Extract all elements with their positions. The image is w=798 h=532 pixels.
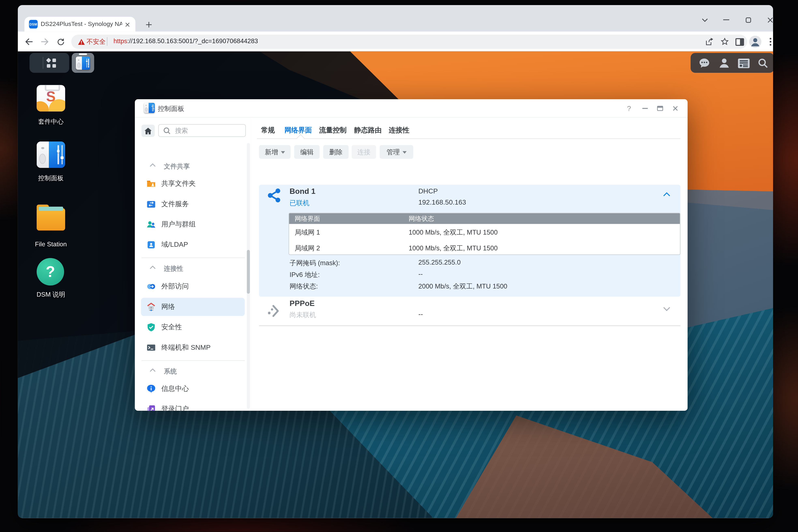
minimize-button[interactable] bbox=[639, 103, 651, 114]
browser-toolbar: 不安全 https://192.168.50.163:5001/?_dc=169… bbox=[18, 32, 773, 52]
col-header-interface: 网络界面 bbox=[294, 215, 320, 224]
interface-value: -- bbox=[418, 310, 423, 318]
dropdown-caret-icon bbox=[402, 151, 406, 154]
os-desktop: DSM DS224PlusTest - Synology NA bbox=[0, 0, 798, 532]
search-input[interactable] bbox=[174, 126, 242, 136]
status-not-connected: 尚未联机 bbox=[289, 310, 316, 320]
browser-window: DSM DS224PlusTest - Synology NA bbox=[18, 5, 773, 518]
browser-menu-kebab-icon[interactable] bbox=[764, 35, 773, 48]
tab-traffic-control[interactable]: 流量控制 bbox=[319, 126, 347, 135]
sidebar-item-network[interactable]: 网络 bbox=[141, 298, 245, 316]
sidebar-divider bbox=[141, 360, 245, 361]
search-icon[interactable] bbox=[756, 57, 770, 70]
tab-search-chevron-icon[interactable] bbox=[698, 14, 712, 25]
tab-connectivity[interactable]: 连接性 bbox=[389, 126, 410, 135]
main-menu-icon[interactable] bbox=[47, 59, 56, 68]
url-text: https://192.168.50.163:5001/?_dc=1690706… bbox=[114, 38, 258, 45]
browser-maximize-button[interactable] bbox=[741, 14, 755, 25]
back-icon[interactable] bbox=[23, 36, 35, 48]
table-header-row: 网络界面 网络状态 bbox=[289, 213, 680, 224]
browser-minimize-button[interactable] bbox=[719, 14, 733, 25]
reload-icon[interactable] bbox=[55, 36, 67, 48]
close-button[interactable] bbox=[669, 103, 681, 114]
bond1-list-item[interactable]: Bond 1 已联机 DHCP 192.168.50.163 网络界面 网络状态 bbox=[259, 185, 680, 297]
sidebar-section-file-sharing[interactable]: 文件共享 bbox=[135, 162, 251, 172]
dsm-favicon: DSM bbox=[29, 20, 38, 28]
profile-avatar[interactable] bbox=[749, 35, 762, 48]
url-separator bbox=[107, 37, 108, 46]
help-button[interactable]: ? bbox=[623, 103, 635, 114]
active-app-indicator bbox=[79, 54, 87, 55]
connect-button[interactable]: 连接 bbox=[352, 145, 376, 159]
terminal-icon bbox=[147, 343, 156, 352]
sidebar-divider bbox=[141, 258, 245, 258]
sidebar-scrollbar-thumb[interactable] bbox=[247, 250, 250, 294]
home-button[interactable] bbox=[141, 125, 155, 137]
forward-icon[interactable] bbox=[39, 36, 51, 48]
table-row-lan2[interactable]: 局域网 2 1000 Mb/s, 全双工, MTU 1500 bbox=[289, 240, 680, 255]
pppoe-icon bbox=[267, 303, 282, 319]
url-bar[interactable]: 不安全 https://192.168.50.163:5001/?_dc=169… bbox=[71, 35, 747, 49]
desktop-icon-file-station[interactable]: File Station bbox=[20, 204, 81, 248]
sidebar-item-info-center[interactable]: 信息中心 bbox=[141, 380, 245, 398]
interface-name: PPPoE bbox=[289, 299, 315, 307]
interface-table: 网络界面 网络状态 局域网 1 1000 Mb/s, 全双工, MTU 1500… bbox=[288, 213, 680, 255]
dropdown-caret-icon bbox=[281, 151, 285, 154]
status-connected: 已联机 bbox=[289, 198, 309, 208]
taskbar-item-control-panel[interactable] bbox=[72, 53, 94, 73]
network-icon bbox=[147, 302, 156, 311]
table-row-lan1[interactable]: 局域网 1 1000 Mb/s, 全双工, MTU 1500 bbox=[289, 224, 680, 240]
pppoe-list-item[interactable]: PPPoE 尚未联机 -- bbox=[259, 297, 680, 325]
side-panel-icon[interactable] bbox=[733, 35, 746, 48]
control-panel-window: 控制面板 ? bbox=[135, 99, 687, 411]
desktop-icon-package-center[interactable]: S 套件中心 bbox=[20, 83, 81, 126]
sidebar-item-domain-ldap[interactable]: 域/LDAP bbox=[141, 235, 245, 254]
collapse-chevron-up-icon[interactable] bbox=[663, 192, 670, 196]
add-button[interactable]: 新增 bbox=[259, 145, 291, 159]
tab-close-icon[interactable] bbox=[123, 20, 131, 28]
bookmark-star-icon[interactable] bbox=[721, 38, 729, 46]
delete-button[interactable]: 删除 bbox=[323, 145, 349, 159]
dsm-desktop: S 套件中心 控制面板 File Station ? DSM 说明 bbox=[18, 52, 773, 518]
expand-chevron-down-icon[interactable] bbox=[663, 307, 670, 311]
edit-button[interactable]: 编辑 bbox=[294, 145, 320, 159]
share-icon[interactable] bbox=[705, 38, 714, 46]
desktop-icon-label: 控制面板 bbox=[20, 174, 81, 183]
desktop-icon-dsm-help[interactable]: ? DSM 说明 bbox=[20, 258, 81, 299]
sidebar-item-terminal-snmp[interactable]: 终端机和 SNMP bbox=[141, 338, 245, 357]
new-tab-button[interactable] bbox=[142, 18, 155, 31]
tab-general[interactable]: 常规 bbox=[261, 126, 275, 135]
sidebar-section-connectivity[interactable]: 连接性 bbox=[135, 264, 251, 274]
sidebar-item-login-portal[interactable]: 登录门户 bbox=[141, 400, 245, 411]
interface-name: Bond 1 bbox=[289, 187, 316, 195]
user-menu-icon[interactable] bbox=[718, 57, 731, 70]
browser-tab[interactable]: DSM DS224PlusTest - Synology NA bbox=[24, 17, 135, 32]
sidebar-section-system[interactable]: 系统 bbox=[135, 366, 251, 377]
control-panel-icon bbox=[37, 141, 65, 170]
login-portal-icon bbox=[147, 405, 156, 411]
user-group-icon bbox=[147, 220, 156, 229]
sidebar-item-shared-folder[interactable]: 共享文件夹 bbox=[141, 174, 245, 193]
sidebar-item-file-services[interactable]: 文件服务 bbox=[141, 195, 245, 213]
maximize-button[interactable] bbox=[654, 103, 666, 114]
sidebar-item-user-group[interactable]: 用户与群组 bbox=[141, 215, 245, 233]
sidebar-item-security[interactable]: 安全性 bbox=[141, 318, 245, 336]
desktop-icon-control-panel[interactable]: 控制面板 bbox=[20, 140, 81, 183]
active-tab-notch bbox=[297, 134, 305, 142]
browser-close-button[interactable] bbox=[763, 14, 773, 25]
widgets-icon[interactable] bbox=[737, 57, 750, 70]
taskbar-tray bbox=[690, 53, 773, 73]
tab-title: DS224PlusTest - Synology NA bbox=[41, 20, 122, 28]
notifications-icon[interactable] bbox=[698, 57, 711, 70]
window-titlebar[interactable]: 控制面板 ? bbox=[135, 99, 687, 117]
tab-static-route[interactable]: 静态路由 bbox=[354, 126, 382, 135]
tab-network-interface[interactable]: 网络界面 bbox=[284, 126, 312, 135]
manage-button[interactable]: 管理 bbox=[380, 145, 413, 159]
desktop-icon-label: File Station bbox=[20, 241, 81, 248]
detail-label-ipv6: IPv6 地址: bbox=[289, 270, 320, 279]
sidebar-item-external-access[interactable]: 外部访问 bbox=[141, 277, 245, 296]
browser-tabstrip: DSM DS224PlusTest - Synology NA bbox=[18, 5, 773, 32]
interface-ip: 192.168.50.163 bbox=[418, 198, 466, 206]
search-box[interactable] bbox=[158, 124, 246, 137]
desktop-icon-label: 套件中心 bbox=[20, 118, 81, 126]
